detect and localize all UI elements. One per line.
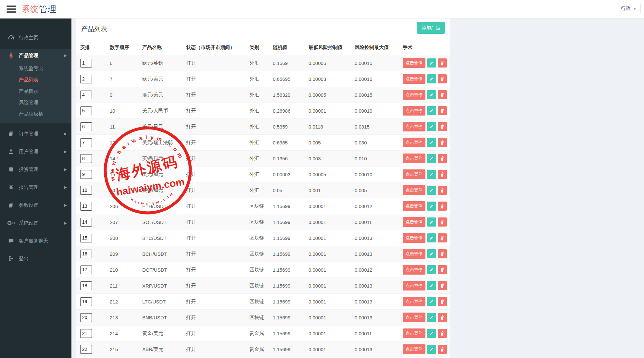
- delete-button[interactable]: [438, 329, 447, 338]
- sort-order-input[interactable]: [80, 202, 92, 211]
- sidebar-subitem-product-catalog[interactable]: 产品目录: [0, 86, 71, 97]
- delete-button[interactable]: [438, 233, 447, 242]
- pause-button[interactable]: 点击暂停: [403, 154, 425, 163]
- pause-button[interactable]: 点击暂停: [403, 281, 425, 290]
- edit-button[interactable]: [427, 233, 436, 242]
- category-cell: 区块链: [247, 230, 270, 246]
- sort-order-input[interactable]: [80, 329, 92, 338]
- delete-button[interactable]: [438, 265, 447, 274]
- sort-order-input[interactable]: [80, 250, 92, 258]
- delete-button[interactable]: [438, 202, 447, 211]
- sort-order-input[interactable]: [80, 345, 92, 354]
- sidebar-subitem-risk-management[interactable]: 风险管理: [0, 97, 71, 108]
- edit-button[interactable]: [427, 90, 436, 99]
- random-value-cell: 1.15699: [270, 214, 306, 230]
- delete-button[interactable]: [438, 138, 447, 147]
- sidebar-item-report-management[interactable]: ¥ 报告管理 ▶: [0, 181, 71, 193]
- sidebar-subitem-product-list[interactable]: 产品列表: [0, 74, 71, 86]
- edit-button[interactable]: [427, 58, 436, 68]
- sort-order-input[interactable]: [80, 218, 92, 227]
- delete-button[interactable]: [438, 74, 447, 83]
- edit-button[interactable]: [427, 297, 436, 306]
- pause-button[interactable]: 点击暂停: [403, 344, 425, 354]
- sidebar-item-admin-home[interactable]: 行政主页: [0, 31, 71, 44]
- pause-button[interactable]: 点击暂停: [403, 58, 425, 68]
- edit-button[interactable]: [427, 154, 436, 163]
- delete-button[interactable]: [438, 170, 447, 179]
- sidebar-item-system-settings[interactable]: ⚙⚙ 系统设置 ▶: [0, 217, 71, 229]
- pause-button[interactable]: 点击暂停: [403, 265, 425, 275]
- delete-button[interactable]: [438, 217, 447, 227]
- edit-button[interactable]: [427, 313, 436, 322]
- max-risk-cell: 0.00012: [352, 198, 400, 214]
- delete-button[interactable]: [438, 297, 447, 306]
- delete-button[interactable]: [438, 313, 447, 322]
- sort-order-input[interactable]: [80, 297, 92, 306]
- pause-button[interactable]: 点击暂停: [403, 297, 425, 306]
- pause-button[interactable]: 点击暂停: [403, 249, 425, 259]
- pause-button[interactable]: 点击暂停: [403, 185, 425, 195]
- pause-button[interactable]: 点击暂停: [403, 106, 425, 116]
- delete-button[interactable]: [438, 345, 447, 354]
- pause-button[interactable]: 点击暂停: [403, 169, 425, 179]
- edit-button[interactable]: [427, 74, 436, 83]
- chevron-right-icon: ▶: [64, 185, 67, 190]
- delete-button[interactable]: [438, 58, 447, 68]
- sort-order-input[interactable]: [80, 281, 92, 290]
- pause-button[interactable]: 点击暂停: [403, 201, 425, 211]
- pause-button[interactable]: 点击暂停: [403, 217, 425, 227]
- sort-order-input[interactable]: [80, 91, 92, 99]
- edit-button[interactable]: [427, 217, 436, 227]
- sort-order-input[interactable]: [80, 138, 92, 147]
- delete-button[interactable]: [438, 106, 447, 115]
- pause-button[interactable]: 点击暂停: [403, 122, 425, 131]
- sidebar-subitem-product-trash[interactable]: 产品垃圾桶: [0, 108, 71, 120]
- pause-button[interactable]: 点击暂停: [403, 328, 425, 338]
- pause-button[interactable]: 点击暂停: [403, 313, 425, 322]
- row-actions: 点击暂停: [403, 344, 447, 354]
- sidebar-item-user-management[interactable]: 用户管理 ▶: [0, 145, 71, 158]
- delete-button[interactable]: [438, 186, 447, 195]
- sort-order-input[interactable]: [80, 186, 92, 195]
- hamburger-menu-icon[interactable]: [6, 6, 16, 13]
- card-header: 产品列表 添加产品: [76, 18, 450, 40]
- sort-order-input[interactable]: [80, 59, 92, 68]
- delete-button[interactable]: [438, 154, 447, 163]
- sort-order-input[interactable]: [80, 75, 92, 83]
- edit-button[interactable]: [427, 202, 436, 211]
- delete-button[interactable]: [438, 281, 447, 290]
- sort-order-input[interactable]: [80, 154, 92, 163]
- sort-order-input[interactable]: [80, 265, 92, 274]
- edit-button[interactable]: [427, 281, 436, 290]
- sort-order-input[interactable]: [80, 170, 92, 179]
- sidebar-item-logout[interactable]: 登出: [0, 253, 71, 265]
- sort-order-input[interactable]: [80, 234, 92, 242]
- sort-order-input[interactable]: [80, 313, 92, 322]
- sidebar-item-investment-management[interactable]: 投资管理 ▶: [0, 163, 71, 176]
- delete-button[interactable]: [438, 249, 447, 258]
- edit-button[interactable]: [427, 329, 436, 338]
- pause-button[interactable]: 点击暂停: [403, 138, 425, 147]
- pause-button[interactable]: 点击暂停: [403, 74, 425, 84]
- edit-button[interactable]: [427, 138, 436, 147]
- sidebar-item-customer-service-chat[interactable]: 客户服务聊天: [0, 235, 71, 247]
- pause-button[interactable]: 点击暂停: [403, 90, 425, 100]
- delete-button[interactable]: [438, 90, 447, 99]
- sidebar-subitem-system-pnl[interactable]: 系统盈亏比: [0, 63, 71, 74]
- edit-button[interactable]: [427, 186, 436, 195]
- edit-button[interactable]: [427, 122, 436, 131]
- sort-order-input[interactable]: [80, 106, 92, 115]
- pause-button[interactable]: 点击暂停: [403, 233, 425, 243]
- sidebar-item-product-management[interactable]: B 产品管理 ▶: [0, 49, 71, 62]
- sidebar-item-parameter-settings[interactable]: 参数设置 ▶: [0, 199, 71, 211]
- edit-button[interactable]: [427, 106, 436, 115]
- sidebar-item-order-management[interactable]: 订单管理 ▶: [0, 128, 71, 140]
- add-product-button[interactable]: 添加产品: [417, 22, 445, 34]
- edit-button[interactable]: [427, 170, 436, 179]
- edit-button[interactable]: [427, 265, 436, 274]
- edit-button[interactable]: [427, 345, 436, 354]
- edit-button[interactable]: [427, 249, 436, 258]
- sort-order-input[interactable]: [80, 122, 92, 131]
- user-menu-dropdown[interactable]: 行政 ▼: [617, 3, 641, 14]
- delete-button[interactable]: [438, 122, 447, 131]
